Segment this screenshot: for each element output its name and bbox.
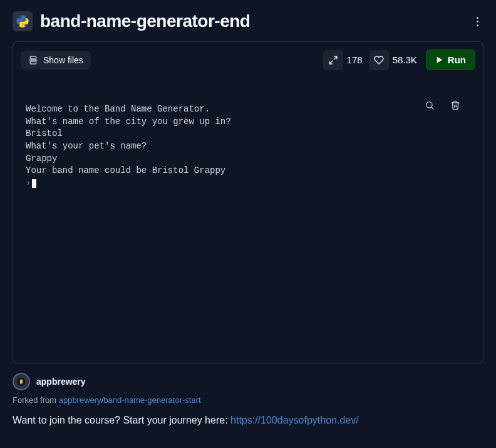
cta-line: Want to join the course? Start your jour…: [13, 415, 483, 426]
python-logo-icon: [13, 11, 33, 31]
console-line: What's your pet's name?: [26, 140, 470, 153]
console-clear-button[interactable]: [449, 80, 470, 130]
console-output[interactable]: Welcome to the Band Name Generator.What'…: [21, 75, 475, 356]
fork-count: 178: [347, 55, 363, 65]
run-button[interactable]: Run: [426, 49, 475, 70]
author-name[interactable]: appbrewery: [36, 377, 86, 387]
run-label: Run: [448, 55, 466, 65]
expand-button[interactable]: [323, 50, 343, 70]
svg-rect-6: [20, 380, 23, 384]
show-files-button[interactable]: Show files: [21, 51, 91, 70]
cursor: [32, 179, 36, 188]
expand-icon: [328, 55, 338, 65]
heart-icon: [374, 55, 384, 65]
forked-owner-link[interactable]: appbrewery: [59, 395, 101, 405]
page-title: band-name-generator-end: [40, 11, 472, 31]
cta-link[interactable]: https://100daysofpython.dev/: [230, 415, 359, 425]
like-count: 58.3K: [393, 55, 417, 65]
console-line: What's name of the city you grew up in?: [26, 116, 470, 128]
forked-repo-link[interactable]: band-name-generator-start: [103, 395, 200, 405]
trash-icon: [450, 100, 460, 110]
prompt-symbol: ›: [26, 178, 31, 188]
console-line: Your band name could be Bristol Grappy: [26, 165, 470, 177]
svg-rect-0: [30, 56, 36, 59]
files-icon: [28, 55, 38, 65]
search-icon: [425, 100, 435, 110]
console-line: Bristol: [26, 128, 470, 140]
more-menu-button[interactable]: [472, 14, 483, 29]
console-line: Welcome to the Band Name Generator.: [26, 103, 470, 116]
show-files-label: Show files: [43, 55, 83, 65]
repl-panel: Show files 178 58.3K Run We: [13, 41, 483, 364]
avatar[interactable]: [13, 373, 30, 390]
svg-rect-1: [30, 61, 36, 64]
console-search-button[interactable]: [423, 80, 445, 130]
forked-from: Forked from appbrewery/band-name-generat…: [13, 395, 483, 405]
console-line: Grappy: [26, 153, 470, 165]
play-icon: [435, 56, 443, 64]
svg-line-4: [431, 107, 433, 109]
like-button[interactable]: [369, 50, 389, 70]
